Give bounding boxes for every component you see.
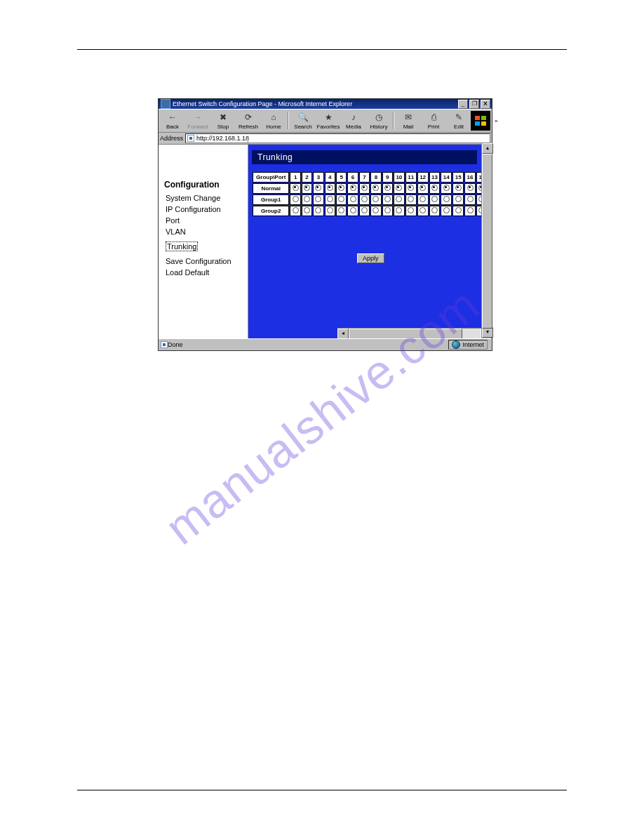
refresh-button[interactable]: ⟳Refresh xyxy=(236,111,261,131)
close-button[interactable]: X xyxy=(481,100,490,109)
radio-cell[interactable] xyxy=(429,183,441,194)
nav-trunking[interactable]: Trunking xyxy=(166,241,198,251)
horizontal-scrollbar[interactable]: ◂ ▸ xyxy=(337,328,492,338)
status-zone-pane: Internet xyxy=(448,340,488,350)
radio-cell[interactable] xyxy=(441,183,452,194)
status-done: Done xyxy=(168,341,183,348)
ie-window: Ethernet Switch Configuration Page - Mic… xyxy=(158,98,492,351)
search-button[interactable]: 🔍Search xyxy=(290,111,316,131)
radio-cell[interactable] xyxy=(359,194,370,205)
radio-cell[interactable] xyxy=(382,206,393,216)
radio-cell[interactable] xyxy=(394,194,405,205)
radio-cell[interactable] xyxy=(405,183,417,194)
radio-cell[interactable] xyxy=(405,194,417,205)
radio-cell[interactable] xyxy=(347,206,358,216)
stop-button[interactable]: ✖Stop xyxy=(210,111,236,131)
panel-title: Trunking xyxy=(252,150,477,164)
page-icon xyxy=(187,135,194,142)
radio-cell[interactable] xyxy=(417,206,429,216)
radio-cell[interactable] xyxy=(290,206,300,216)
scroll-track[interactable] xyxy=(349,329,481,338)
nav-save-configuration[interactable]: Save Configuration xyxy=(166,257,248,265)
col-header-port: 16 xyxy=(464,172,476,183)
radio-cell[interactable] xyxy=(359,183,370,194)
mail-button[interactable]: ✉Mail xyxy=(396,111,421,131)
radio-cell[interactable] xyxy=(359,206,370,216)
search-icon: 🔍 xyxy=(297,112,309,123)
row-header: Normal xyxy=(253,183,289,194)
scroll-left-button[interactable]: ◂ xyxy=(337,329,349,338)
nav-ip-configuration[interactable]: IP Configuration xyxy=(166,205,248,213)
page-rule-bottom xyxy=(77,790,567,790)
back-button[interactable]: ←Back xyxy=(160,111,185,131)
radio-cell[interactable] xyxy=(394,206,405,216)
radio-cell[interactable] xyxy=(464,194,476,205)
maximize-button[interactable]: ❐ xyxy=(469,100,479,109)
col-header-port: 3 xyxy=(313,172,323,183)
radio-cell[interactable] xyxy=(417,183,429,194)
radio-cell[interactable] xyxy=(370,194,381,205)
radio-cell[interactable] xyxy=(336,206,347,216)
radio-cell[interactable] xyxy=(313,194,323,205)
page-rule-top xyxy=(77,49,567,50)
radio-cell[interactable] xyxy=(417,194,429,205)
radio-cell[interactable] xyxy=(382,183,393,194)
home-button[interactable]: ⌂Home xyxy=(261,111,286,131)
radio-cell[interactable] xyxy=(441,194,452,205)
radio-cell[interactable] xyxy=(336,194,347,205)
radio-cell[interactable] xyxy=(370,206,381,216)
radio-cell[interactable] xyxy=(336,183,347,194)
radio-cell[interactable] xyxy=(452,194,464,205)
radio-cell[interactable] xyxy=(302,206,312,216)
scroll-track-vertical[interactable] xyxy=(482,154,492,327)
radio-cell[interactable] xyxy=(313,183,323,194)
toolbar-separator xyxy=(393,112,394,129)
radio-cell[interactable] xyxy=(464,183,476,194)
back-icon: ← xyxy=(167,112,178,123)
radio-cell[interactable] xyxy=(405,206,417,216)
radio-cell[interactable] xyxy=(429,194,441,205)
radio-cell[interactable] xyxy=(302,183,312,194)
favorites-button[interactable]: ★Favorites xyxy=(316,111,341,131)
toolbar-overflow-2[interactable]: » xyxy=(495,118,497,124)
media-button[interactable]: ♪Media xyxy=(341,111,366,131)
address-input[interactable]: http://192.168.1.18 xyxy=(185,133,490,143)
nav-vlan[interactable]: VLAN xyxy=(166,227,248,236)
radio-cell[interactable] xyxy=(290,194,300,205)
vertical-scrollbar[interactable]: ▴ ▾ xyxy=(481,143,492,338)
radio-cell[interactable] xyxy=(441,206,452,216)
radio-cell[interactable] xyxy=(347,183,358,194)
refresh-icon: ⟳ xyxy=(243,112,254,123)
radio-cell[interactable] xyxy=(302,194,312,205)
history-button[interactable]: ◷History xyxy=(366,111,391,131)
nav-load-default[interactable]: Load Default xyxy=(166,268,248,277)
apply-button[interactable]: Apply xyxy=(357,253,384,263)
nav-system-change[interactable]: System Change xyxy=(166,194,248,202)
minimize-button[interactable]: _ xyxy=(458,100,468,109)
col-header-port: 14 xyxy=(441,172,452,183)
print-button[interactable]: ⎙Print xyxy=(421,111,446,131)
scroll-thumb-vertical[interactable] xyxy=(482,154,492,329)
main-panel: Trunking Group\Port123456789101112131415… xyxy=(248,145,492,338)
radio-cell[interactable] xyxy=(290,183,300,194)
radio-cell[interactable] xyxy=(452,183,464,194)
radio-cell[interactable] xyxy=(325,206,335,216)
edit-button[interactable]: ✎Edit xyxy=(446,111,471,131)
radio-cell[interactable] xyxy=(347,194,358,205)
radio-cell[interactable] xyxy=(429,206,441,216)
radio-cell[interactable] xyxy=(325,194,335,205)
window-title: Ethernet Switch Configuration Page - Mic… xyxy=(173,100,352,107)
radio-cell[interactable] xyxy=(394,183,405,194)
col-header-port: 1 xyxy=(290,172,300,183)
radio-cell[interactable] xyxy=(452,206,464,216)
radio-cell[interactable] xyxy=(370,183,381,194)
scroll-down-button[interactable]: ▾ xyxy=(482,327,493,338)
radio-cell[interactable] xyxy=(382,194,393,205)
scroll-thumb[interactable] xyxy=(349,329,462,338)
scroll-up-button[interactable]: ▴ xyxy=(482,143,493,154)
radio-cell[interactable] xyxy=(313,206,323,216)
radio-cell[interactable] xyxy=(464,206,476,216)
radio-cell[interactable] xyxy=(325,183,335,194)
nav-port[interactable]: Port xyxy=(166,216,248,225)
sidebar-heading: Configuration xyxy=(164,180,248,190)
